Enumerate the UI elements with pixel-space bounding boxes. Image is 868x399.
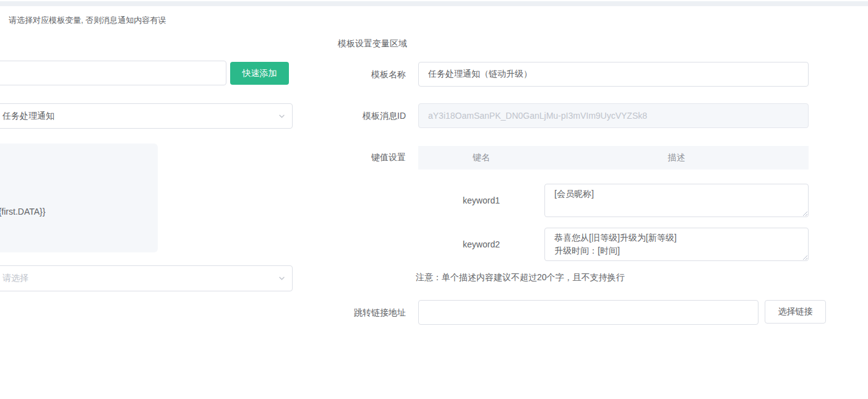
kv-desc-textarea-keyword2[interactable]: 恭喜您从[旧等级]升级为[新等级] 升级时间：[时间] bbox=[544, 228, 809, 261]
template-msg-id-input bbox=[418, 103, 809, 128]
template-name-label: 模板名称 bbox=[338, 62, 406, 87]
kv-row-key-keyword1: keyword1 bbox=[418, 184, 544, 217]
top-tab-strip bbox=[0, 1, 868, 6]
choose-link-button[interactable]: 选择链接 bbox=[765, 300, 826, 324]
template-type-select-value: 任务处理通知 bbox=[2, 111, 54, 122]
section-title: 模板设置变量区域 bbox=[338, 38, 407, 49]
kv-desc-textarea-keyword1[interactable]: [会员昵称] bbox=[544, 184, 809, 217]
template-preview-box: {{first.DATA}} 任务名称：{{keyword1.DATA}} 通知… bbox=[0, 144, 158, 252]
resize-handle-icon[interactable] bbox=[802, 254, 808, 260]
quick-add-input-wrap bbox=[0, 61, 226, 85]
template-type-select[interactable]: 任务处理通知 bbox=[0, 103, 293, 129]
variable-select-placeholder: 请选择 bbox=[2, 273, 28, 284]
kv-header-key: 键名 bbox=[418, 152, 544, 163]
kv-settings-label: 键值设置 bbox=[338, 145, 406, 169]
preview-line-first: {{first.DATA}} bbox=[0, 200, 158, 224]
template-name-input[interactable] bbox=[418, 62, 809, 87]
quick-add-input[interactable] bbox=[0, 61, 226, 85]
resize-handle-icon[interactable] bbox=[802, 210, 808, 217]
template-msg-id-label: 模板消息ID bbox=[338, 103, 406, 128]
jump-link-input[interactable] bbox=[418, 300, 758, 325]
chevron-down-icon bbox=[278, 275, 286, 283]
kv-row-key-keyword2: keyword2 bbox=[418, 228, 544, 261]
kv-table-header: 键名 描述 bbox=[418, 146, 809, 169]
variable-select[interactable]: 请选择 bbox=[0, 265, 293, 291]
kv-note-text: 注意：单个描述内容建议不超过20个字，且不支持换行 bbox=[416, 272, 625, 283]
chevron-down-icon bbox=[278, 112, 286, 120]
jump-link-label: 跳转链接地址 bbox=[338, 300, 406, 325]
warning-text: 请选择对应模板变量, 否则消息通知内容有误 bbox=[9, 15, 166, 26]
quick-add-button[interactable]: 快速添加 bbox=[230, 62, 289, 85]
kv-header-desc: 描述 bbox=[544, 152, 809, 163]
